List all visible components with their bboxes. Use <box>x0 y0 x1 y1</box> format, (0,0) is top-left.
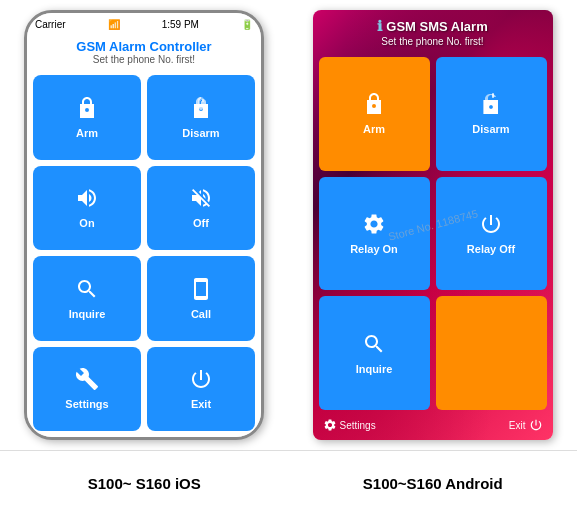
android-arm-label: Arm <box>363 123 385 135</box>
android-gear-icon <box>362 212 386 239</box>
android-subtitle: Set the phone No. first! <box>313 36 553 47</box>
android-settings-label: Settings <box>340 420 376 431</box>
ios-app-header: GSM Alarm Controller Set the phone No. f… <box>27 35 261 69</box>
ios-off-button[interactable]: Off <box>147 166 255 251</box>
ios-speaker-off-icon <box>189 186 213 213</box>
android-exit-label: Exit <box>509 420 526 431</box>
ios-arm-button[interactable]: Arm <box>33 75 141 160</box>
ios-phone: Carrier 📶 1:59 PM 🔋 GSM Alarm Controller… <box>24 10 264 440</box>
ios-exit-button[interactable]: Exit <box>147 347 255 432</box>
ios-on-label: On <box>79 217 94 229</box>
android-exit-icon <box>529 418 543 432</box>
android-content: ℹ GSM SMS Alarm Set the phone No. first!… <box>313 10 553 440</box>
android-relay-off-label: Relay Off <box>467 243 515 255</box>
ios-settings-label: Settings <box>65 398 108 410</box>
android-exit-button[interactable]: Exit <box>509 418 543 432</box>
android-power-icon <box>479 212 503 239</box>
ios-wrench-icon <box>75 367 99 394</box>
android-settings-button[interactable]: Settings <box>323 418 376 432</box>
ios-carrier: Carrier <box>35 19 66 30</box>
ios-inquire-label: Inquire <box>69 308 106 320</box>
android-row-1: Arm Disarm <box>319 57 547 171</box>
android-bottom-bar: Settings Exit <box>313 414 553 440</box>
android-arm-button[interactable]: Arm <box>319 57 430 171</box>
ios-app-subtitle: Set the phone No. first! <box>29 54 259 65</box>
ios-label-section: S100~ S160 iOS <box>0 451 289 515</box>
android-placeholder-button[interactable] <box>436 296 547 410</box>
ios-exit-label: Exit <box>191 398 211 410</box>
ios-on-button[interactable]: On <box>33 166 141 251</box>
android-inquire-button[interactable]: Inquire <box>319 296 430 410</box>
android-side: ℹ GSM SMS Alarm Set the phone No. first!… <box>288 0 577 450</box>
android-relay-on-button[interactable]: Relay On <box>319 177 430 291</box>
android-button-grid: Arm Disarm <box>313 53 553 414</box>
android-label-section: S100~S160 Android <box>289 451 578 515</box>
ios-disarm-lock-icon <box>189 96 213 123</box>
ios-phone-icon <box>189 277 213 304</box>
ios-search-icon <box>75 277 99 304</box>
ios-wifi-icon: 📶 <box>108 19 120 30</box>
ios-settings-button[interactable]: Settings <box>33 347 141 432</box>
ios-speaker-on-icon <box>75 186 99 213</box>
android-app-title: GSM SMS Alarm <box>386 19 487 34</box>
android-disarm-button[interactable]: Disarm <box>436 57 547 171</box>
android-disarm-lock-icon <box>479 92 503 119</box>
svg-rect-0 <box>492 93 494 98</box>
android-settings-icon <box>323 418 337 432</box>
ios-status-bar: Carrier 📶 1:59 PM 🔋 <box>27 13 261 35</box>
android-row-2: Relay On Relay Off <box>319 177 547 291</box>
ios-call-label: Call <box>191 308 211 320</box>
ios-inquire-button[interactable]: Inquire <box>33 256 141 341</box>
android-relay-off-button[interactable]: Relay Off <box>436 177 547 291</box>
ios-platform-label: S100~ S160 iOS <box>88 475 201 492</box>
ios-arm-lock-icon <box>75 96 99 123</box>
android-search-icon <box>362 332 386 359</box>
android-disarm-label: Disarm <box>472 123 509 135</box>
android-arm-lock-icon <box>362 92 386 119</box>
ios-side: Carrier 📶 1:59 PM 🔋 GSM Alarm Controller… <box>0 0 288 450</box>
android-row-3: Inquire <box>319 296 547 410</box>
ios-call-button[interactable]: Call <box>147 256 255 341</box>
ios-battery-icon: 🔋 <box>241 19 253 30</box>
ios-disarm-label: Disarm <box>182 127 219 139</box>
ios-disarm-button[interactable]: Disarm <box>147 75 255 160</box>
ios-off-label: Off <box>193 217 209 229</box>
android-info-icon: ℹ <box>377 18 382 34</box>
android-inquire-label: Inquire <box>356 363 393 375</box>
bottom-labels: S100~ S160 iOS S100~S160 Android <box>0 450 577 515</box>
ios-time: 1:59 PM <box>162 19 199 30</box>
ios-button-grid: Arm Disarm On <box>27 69 261 437</box>
ios-app-title: GSM Alarm Controller <box>29 39 259 54</box>
android-relay-on-label: Relay On <box>350 243 398 255</box>
ios-power-icon <box>189 367 213 394</box>
ios-arm-label: Arm <box>76 127 98 139</box>
android-platform-label: S100~S160 Android <box>363 475 503 492</box>
android-phone: ℹ GSM SMS Alarm Set the phone No. first!… <box>313 10 553 440</box>
android-header: ℹ GSM SMS Alarm <box>313 10 553 36</box>
